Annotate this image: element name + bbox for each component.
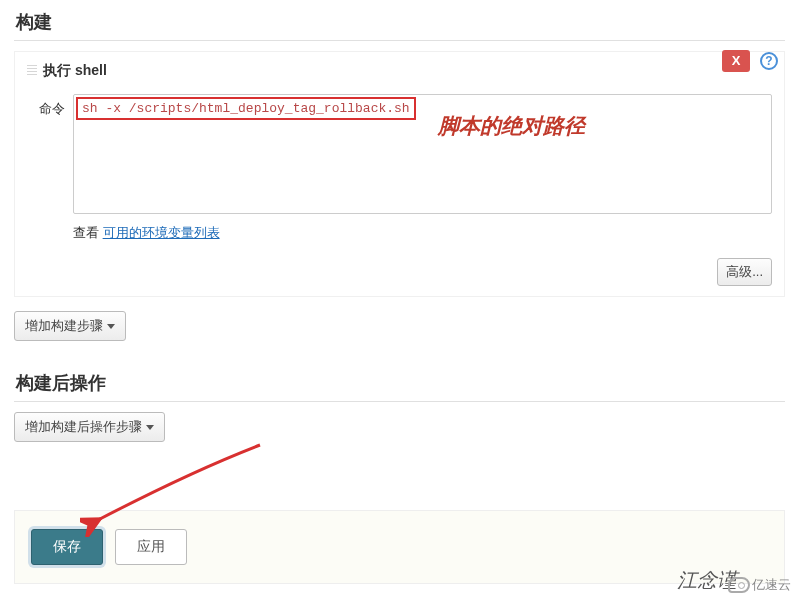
chevron-down-icon (146, 425, 154, 430)
delete-step-button[interactable]: X (722, 50, 750, 72)
env-vars-link[interactable]: 可用的环境变量列表 (103, 225, 220, 240)
build-section-title: 构建 (14, 6, 785, 41)
env-vars-hint: 查看 可用的环境变量列表 (73, 224, 772, 242)
add-build-step-button[interactable]: 增加构建步骤 (14, 311, 126, 341)
chevron-down-icon (107, 324, 115, 329)
annotation-text: 脚本的绝对路径 (438, 112, 585, 140)
shell-step-title: 执行 shell (43, 62, 107, 80)
command-textarea[interactable]: sh -x /scripts/html_deploy_tag_rollback.… (73, 94, 772, 214)
cloud-icon (728, 577, 750, 593)
drag-handle-icon[interactable] (27, 65, 37, 77)
save-button[interactable]: 保存 (31, 529, 103, 565)
advanced-button[interactable]: 高级... (717, 258, 772, 286)
brand-logo: 亿速云 (728, 576, 791, 594)
help-icon[interactable]: ? (760, 52, 778, 70)
build-pane: X ? 执行 shell 命令 sh -x /scripts/html_depl… (14, 51, 785, 297)
add-postbuild-step-button[interactable]: 增加构建后操作步骤 (14, 412, 165, 442)
apply-button[interactable]: 应用 (115, 529, 187, 565)
command-value: sh -x /scripts/html_deploy_tag_rollback.… (76, 97, 416, 120)
postbuild-section-title: 构建后操作 (14, 367, 785, 402)
command-label: 命令 (27, 94, 65, 118)
footer-bar: 保存 应用 (14, 510, 785, 584)
